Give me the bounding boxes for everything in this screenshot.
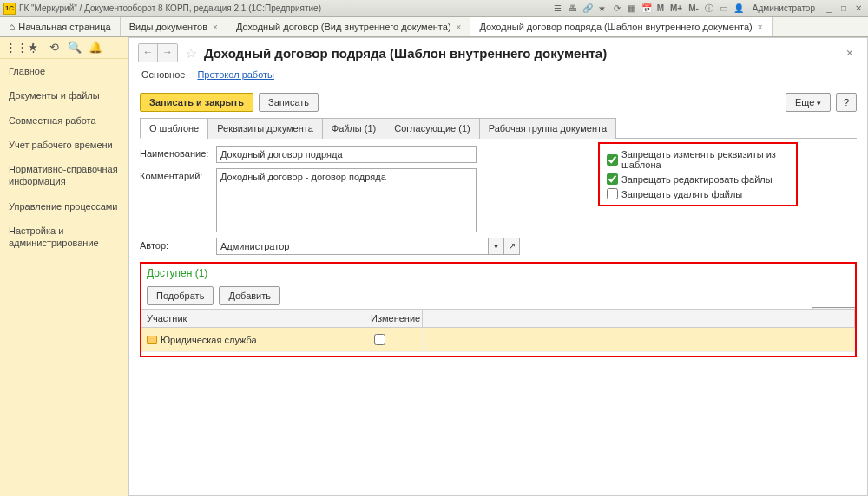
favorite-toggle-icon[interactable]: ☆: [185, 45, 197, 62]
window-titlebar: 1C ГК "Меркурий" / Документооборот 8 КОР…: [0, 0, 868, 17]
col-spacer: [423, 310, 855, 327]
calc-icon[interactable]: ▦: [626, 3, 638, 15]
document-tabstrip: Начальная страница Виды документов× Дохо…: [0, 17, 868, 37]
sidebar-item-processes[interactable]: Управление процессами: [0, 194, 128, 219]
forbid-delete-files-checkbox[interactable]: Запрещать удалять файлы: [607, 186, 789, 201]
minimize-icon[interactable]: _: [823, 3, 835, 15]
save-button[interactable]: Записать: [259, 93, 319, 112]
close-tab-icon[interactable]: ×: [457, 23, 462, 32]
author-label: Автор:: [140, 238, 209, 251]
col-participant[interactable]: Участник: [141, 310, 365, 327]
author-dropdown-button[interactable]: ▾: [489, 238, 504, 255]
nav-forward-button[interactable]: →: [158, 44, 177, 62]
pick-button[interactable]: Подобрать: [147, 286, 214, 305]
tab-home[interactable]: Начальная страница: [0, 17, 121, 36]
settings-icon[interactable]: ▭: [718, 3, 730, 15]
tab-label: Начальная страница: [18, 22, 110, 32]
sidebar-item-collab[interactable]: Совместная работа: [0, 108, 128, 133]
search-icon[interactable]: 🔍: [68, 41, 82, 55]
tab-doc-types[interactable]: Виды документов×: [121, 17, 227, 36]
link-icon[interactable]: 🔗: [582, 3, 594, 15]
current-user: Администратор: [753, 3, 815, 13]
tab-income-contract[interactable]: Доходный договор (Вид внутреннего докуме…: [227, 17, 471, 36]
sidebar-item-docs[interactable]: Документы и файлы: [0, 83, 128, 108]
forbid-edit-files-checkbox[interactable]: Запрещать редактировать файлы: [607, 172, 789, 186]
tab-label: Виды документов: [129, 22, 207, 32]
close-window-icon[interactable]: ✕: [852, 3, 865, 15]
save-and-close-button[interactable]: Записать и закрыть: [140, 93, 253, 112]
maximize-icon[interactable]: □: [838, 3, 850, 15]
subnav-main[interactable]: Основное: [141, 68, 185, 82]
history-icon[interactable]: ⟳: [611, 3, 623, 15]
star-icon[interactable]: ★: [26, 41, 40, 55]
doc-tab-details[interactable]: Реквизиты документа: [207, 118, 323, 139]
doc-tab-workgroup[interactable]: Рабочая группа документа: [479, 118, 616, 139]
forbid-change-details-checkbox[interactable]: Запрещать изменять реквизиты из шаблона: [607, 147, 789, 172]
document-tabs: О шаблоне Реквизиты документа Файлы (1) …: [140, 117, 857, 139]
comment-textarea[interactable]: [216, 168, 477, 232]
favorite-icon[interactable]: ★: [596, 3, 608, 15]
access-section: Доступен (1) Подобрать Добавить Участник…: [140, 262, 857, 357]
restrictions-box: Запрещать изменять реквизиты из шаблона …: [598, 142, 798, 206]
navigation-sidebar: ⋮⋮⋮ ★ ⟲ 🔍 🔔 Главное Документы и файлы Со…: [0, 37, 128, 496]
apps-icon[interactable]: ⋮⋮⋮: [5, 41, 19, 55]
bell-icon[interactable]: 🔔: [89, 41, 102, 55]
doc-tab-about[interactable]: О шаблоне: [140, 118, 208, 139]
app-logo-icon: 1C: [3, 3, 16, 15]
history-icon[interactable]: ⟲: [47, 41, 61, 55]
author-input[interactable]: [216, 238, 489, 255]
col-change[interactable]: Изменение: [365, 310, 423, 327]
author-open-button[interactable]: ↗: [504, 238, 520, 255]
doc-tab-approvers[interactable]: Согласующие (1): [385, 118, 479, 139]
doc-tab-files[interactable]: Файлы (1): [322, 118, 385, 139]
nav-back-button[interactable]: ←: [139, 44, 158, 62]
name-input[interactable]: [216, 146, 477, 163]
page-title: Доходный договор подряда (Шаблон внутрен…: [204, 46, 834, 61]
more-button[interactable]: Еще: [786, 93, 831, 112]
sidebar-item-time[interactable]: Учет рабочего времени: [0, 133, 128, 157]
comment-label: Комментарий:: [140, 168, 209, 181]
tab-label: Доходный договор подряда (Шаблон внутрен…: [479, 22, 752, 32]
close-tab-icon[interactable]: ×: [213, 23, 218, 32]
toolbar-icon[interactable]: ☰: [552, 3, 564, 15]
participant-name: Юридическая служба: [161, 335, 257, 345]
checkbox-label: Запрещать редактировать файлы: [621, 174, 773, 185]
name-label: Наименование:: [140, 146, 209, 159]
window-title: ГК "Меркурий" / Документооборот 8 КОРП, …: [19, 3, 552, 13]
m-minus-button[interactable]: M-: [687, 3, 700, 13]
calendar-icon[interactable]: 📅: [641, 3, 653, 15]
checkbox-label: Запрещать изменять реквизиты из шаблона: [621, 149, 789, 170]
main-content: ← → ☆ Доходный договор подряда (Шаблон в…: [128, 37, 868, 496]
add-button[interactable]: Добавить: [219, 286, 280, 305]
close-tab-icon[interactable]: ×: [758, 23, 763, 32]
m-button[interactable]: M: [655, 3, 666, 13]
subnav-protocol[interactable]: Протокол работы: [197, 68, 274, 82]
m-plus-button[interactable]: M+: [668, 3, 684, 13]
sidebar-item-reference[interactable]: Нормативно-справочная информация: [0, 157, 128, 194]
close-page-icon[interactable]: ×: [841, 46, 858, 60]
change-checkbox[interactable]: [374, 334, 385, 345]
checkbox-label: Запрещать удалять файлы: [621, 189, 742, 199]
tab-label: Доходный договор (Вид внутреннего докуме…: [236, 22, 451, 32]
access-row[interactable]: Юридическая служба: [141, 328, 855, 352]
info-icon[interactable]: ⓘ: [703, 3, 715, 15]
print-icon[interactable]: 🖶: [567, 3, 579, 15]
user-icon: 👤: [733, 3, 745, 15]
sidebar-item-admin[interactable]: Настройка и администрирование: [0, 219, 128, 256]
tab-income-contract-template[interactable]: Доходный договор подряда (Шаблон внутрен…: [470, 17, 772, 36]
folder-icon: [147, 336, 157, 344]
help-button[interactable]: ?: [836, 93, 857, 112]
access-title: Доступен (1): [141, 264, 855, 283]
sidebar-item-main[interactable]: Главное: [0, 59, 128, 83]
